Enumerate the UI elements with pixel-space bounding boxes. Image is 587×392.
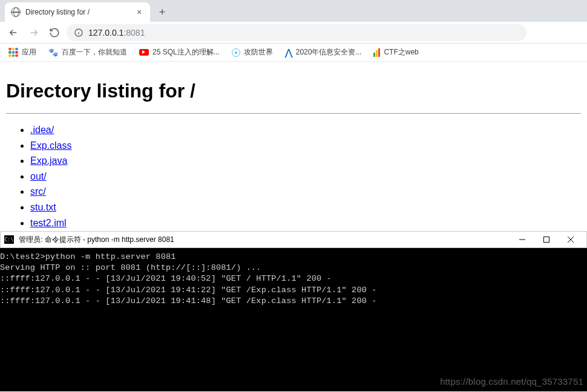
list-item: src/: [30, 184, 581, 200]
cmd-icon: C:\: [4, 235, 14, 244]
minimize-button[interactable]: [510, 232, 534, 247]
maximize-button[interactable]: [534, 232, 559, 247]
list-item: .idea/: [30, 122, 581, 138]
list-item: Exp.java: [30, 153, 581, 169]
apps-label: 应用: [22, 47, 36, 57]
terminal-line: ::ffff:127.0.0.1 - - [13/Jul/2021 19:41:…: [0, 286, 377, 295]
bookmark-label: CTF之web: [384, 47, 418, 57]
terminal-line: D:\test2>python -m http.server 8081: [0, 252, 176, 261]
back-button[interactable]: [5, 24, 22, 41]
list-item: out/: [30, 169, 581, 185]
list-item: stu.txt: [30, 200, 581, 215]
apps-button[interactable]: 应用: [8, 47, 36, 57]
terminal-line: ::ffff:127.0.0.1 - - [13/Jul/2021 19:41:…: [0, 296, 377, 305]
bookmark-ctf1[interactable]: 攻防世界: [232, 47, 273, 57]
file-link[interactable]: out/: [30, 171, 47, 181]
terminal-titlebar[interactable]: C:\ 管理员: 命令提示符 - python -m http.server 8…: [0, 231, 587, 248]
bookmark-2020[interactable]: ⋀ 2020年信息安全资...: [285, 47, 362, 58]
tab-title: Directory listing for /: [25, 8, 130, 16]
address-port: :8081: [123, 28, 145, 38]
browser-toolbar: 127.0.0.1:8081: [0, 22, 587, 44]
bookmark-label: 攻防世界: [244, 47, 273, 57]
forward-button[interactable]: [25, 24, 42, 41]
close-button[interactable]: [559, 232, 583, 247]
bookmark-label: 百度一下，你就知道: [62, 47, 127, 57]
page-title: Directory listing for /: [6, 80, 581, 102]
window-controls: [510, 232, 583, 247]
bookmark-label: 25 SQL注入的理解...: [152, 47, 220, 57]
bookmark-label: 2020年信息安全资...: [296, 47, 362, 57]
bookmark-sql[interactable]: 25 SQL注入的理解...: [139, 47, 220, 57]
file-link[interactable]: stu.txt: [30, 202, 56, 212]
apps-icon: [8, 48, 18, 57]
terminal-line: Serving HTTP on :: port 8081 (http://[::…: [0, 263, 261, 272]
close-icon[interactable]: ×: [134, 7, 144, 17]
divider: [6, 113, 581, 114]
info-icon[interactable]: [74, 28, 84, 38]
file-link[interactable]: Exp.java: [30, 155, 67, 166]
list-item: Exp.class: [30, 138, 581, 154]
file-link[interactable]: src/: [30, 186, 46, 197]
baidu-icon: 🐾: [48, 48, 58, 57]
file-list: .idea/ Exp.class Exp.java out/ src/ stu.…: [6, 122, 581, 230]
reload-button[interactable]: [46, 24, 63, 41]
lambda-icon: ⋀: [285, 47, 292, 58]
file-link[interactable]: test2.iml: [30, 218, 67, 228]
browser-tab-bar: Directory listing for / × +: [0, 0, 587, 22]
circle-icon: [232, 48, 240, 57]
list-item: test2.iml: [30, 215, 581, 231]
file-link[interactable]: Exp.class: [30, 140, 71, 151]
watermark: https://blog.csdn.net/qq_35733751: [440, 376, 583, 388]
bookmark-ctfweb[interactable]: CTF之web: [373, 47, 418, 57]
browser-tab[interactable]: Directory listing for / ×: [5, 2, 150, 22]
page-content: Directory listing for / .idea/ Exp.class…: [0, 62, 587, 231]
address-bar[interactable]: 127.0.0.1:8081: [67, 24, 526, 41]
terminal-body[interactable]: D:\test2>python -m http.server 8081 Serv…: [0, 248, 587, 391]
youtube-icon: [139, 49, 149, 56]
terminal-title: 管理员: 命令提示符 - python -m http.server 8081: [19, 235, 505, 245]
bookmarks-bar: 应用 🐾 百度一下，你就知道 25 SQL注入的理解... 攻防世界 ⋀ 202…: [0, 44, 587, 62]
address-host: 127.0.0.1: [88, 28, 123, 38]
bars-icon: [373, 48, 380, 57]
globe-icon: [11, 7, 21, 17]
terminal-window: C:\ 管理员: 命令提示符 - python -m http.server 8…: [0, 231, 587, 391]
bookmark-baidu[interactable]: 🐾 百度一下，你就知道: [48, 47, 127, 57]
terminal-line: ::ffff:127.0.0.1 - - [13/Jul/2021 19:40:…: [0, 274, 332, 283]
svg-rect-4: [544, 237, 549, 243]
new-tab-button[interactable]: +: [154, 4, 171, 21]
file-link[interactable]: .idea/: [30, 125, 54, 135]
